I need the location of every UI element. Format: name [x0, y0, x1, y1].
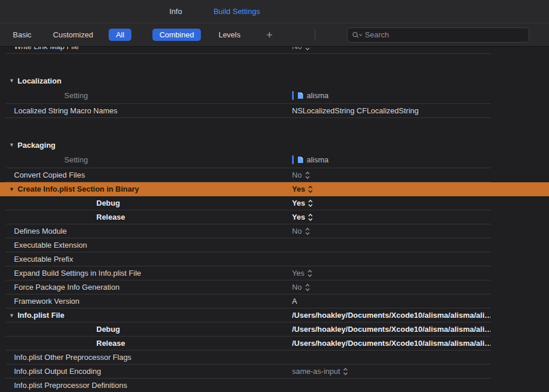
build-settings-toolbar: Basic Customized All Combined Levels + — [0, 23, 549, 47]
tab-build-settings[interactable]: Build Settings — [214, 7, 260, 16]
value-popup[interactable]: Yes — [292, 199, 313, 207]
setting-row[interactable]: Convert Copied Files No — [6, 168, 491, 182]
value-popup[interactable]: No — [292, 171, 310, 179]
setting-label: Executable Prefix — [14, 255, 73, 263]
setting-label: Debug — [96, 325, 120, 334]
sub-setting-row-release[interactable]: Release Yes — [6, 210, 491, 224]
search-icon — [352, 32, 362, 39]
target-name-label: alisma — [307, 91, 329, 100]
value-popup[interactable]: Yes — [292, 185, 313, 193]
setting-label: Defines Module — [14, 227, 67, 235]
tab-info[interactable]: Info — [169, 7, 182, 16]
value-popup[interactable]: same-as-input — [292, 367, 348, 376]
popup-stepper-icon — [343, 367, 348, 376]
value-text[interactable]: /Users/hoakley/Documents/Xcode10/alisma/… — [292, 339, 491, 348]
toolbar-divider — [315, 30, 315, 40]
popup-stepper-icon — [308, 199, 313, 207]
popup-stepper-icon — [305, 47, 310, 51]
setting-label: Expand Build Settings in Info.plist File — [14, 269, 141, 277]
setting-row[interactable]: Executable Extension — [6, 238, 491, 252]
target-column-accent-bar — [292, 91, 294, 100]
clipped-row-container: Write Link Map File No — [0, 47, 549, 54]
setting-row-infoplist-file[interactable]: ▼ Info.plist File /Users/hoakley/Documen… — [6, 308, 491, 322]
search-field[interactable] — [347, 27, 529, 43]
value-text[interactable]: NSLocalizedString CFLocalizedString — [292, 106, 419, 115]
setting-row[interactable]: Write Link Map File No — [6, 47, 491, 54]
disclosure-triangle-icon[interactable]: ▼ — [8, 313, 15, 318]
window-tab-bar: Info Build Settings — [0, 0, 549, 23]
scope-all[interactable]: All — [109, 29, 131, 41]
setting-column-label: Setting — [64, 155, 88, 164]
setting-label: Force Package Info Generation — [14, 283, 120, 292]
sub-setting-row-debug[interactable]: Debug /Users/hoakley/Documents/Xcode10/a… — [6, 322, 491, 337]
popup-stepper-icon — [305, 283, 310, 292]
value-text: Yes — [292, 185, 305, 193]
popup-stepper-icon — [308, 185, 313, 193]
setting-row[interactable]: Expand Build Settings in Info.plist File… — [6, 266, 491, 280]
value-popup[interactable]: No — [292, 227, 310, 235]
project-file-icon — [297, 92, 304, 99]
scope-combined[interactable]: Combined — [152, 29, 201, 41]
value-popup[interactable]: Yes — [292, 213, 313, 221]
target-name-label: alisma — [307, 155, 329, 164]
column-header-row: Setting alisma — [6, 152, 491, 168]
sub-setting-row-debug[interactable]: Debug Yes — [6, 196, 491, 210]
value-text: Yes — [292, 213, 305, 221]
value-text: Yes — [292, 199, 305, 207]
disclosure-triangle-icon[interactable]: ▼ — [8, 186, 15, 192]
setting-label: Write Link Map File — [14, 47, 79, 51]
setting-row[interactable]: Executable Prefix — [6, 252, 491, 266]
setting-label: Info.plist Other Preprocessor Flags — [14, 353, 131, 362]
setting-row[interactable]: Info.plist Other Preprocessor Flags — [6, 351, 491, 365]
column-header-row: Setting alisma — [6, 88, 491, 104]
project-file-icon — [297, 156, 304, 164]
setting-row[interactable]: Force Package Info Generation No — [6, 280, 491, 294]
search-input[interactable] — [365, 30, 524, 39]
value-popup[interactable]: No — [292, 47, 310, 51]
setting-label: Info.plist Preprocessor Definitions — [14, 381, 127, 390]
setting-label: Executable Extension — [14, 241, 87, 249]
target-column-accent-bar — [292, 155, 294, 164]
setting-label: Create Info.plist Section in Binary — [18, 185, 139, 193]
setting-label: Framework Version — [14, 297, 79, 306]
setting-label: Convert Copied Files — [14, 171, 85, 179]
setting-label: Release — [96, 339, 125, 348]
popup-stepper-icon — [305, 171, 310, 179]
setting-row[interactable]: Info.plist Preprocessor Definitions — [6, 379, 491, 392]
sub-setting-row-release[interactable]: Release /Users/hoakley/Documents/Xcode10… — [6, 337, 491, 351]
setting-row[interactable]: Info.plist Output Encoding same-as-input — [6, 365, 491, 379]
setting-column-label: Setting — [64, 91, 88, 100]
popup-stepper-icon — [308, 213, 313, 221]
tab-group: Info Build Settings — [169, 0, 260, 23]
setting-row[interactable]: Framework Version A — [6, 294, 491, 308]
value-popup[interactable]: Yes — [292, 269, 312, 277]
setting-label: Release — [96, 213, 125, 221]
build-settings-table: Write Link Map File No ▼ Localization Se… — [0, 47, 549, 392]
setting-label: Info.plist Output Encoding — [14, 367, 101, 376]
section-label: Packaging — [18, 141, 55, 150]
value-text[interactable]: /Users/hoakley/Documents/Xcode10/alisma/… — [292, 311, 491, 320]
section-row-localization[interactable]: ▼ Localization — [6, 74, 491, 88]
value-text: No — [292, 283, 302, 292]
section-row-packaging[interactable]: ▼ Packaging — [6, 138, 491, 152]
popup-stepper-icon — [305, 227, 310, 235]
scope-customized[interactable]: Customized — [53, 30, 93, 39]
setting-row[interactable]: Defines Module No — [6, 224, 491, 238]
value-text[interactable]: /Users/hoakley/Documents/Xcode10/alisma/… — [292, 325, 491, 334]
value-text: No — [292, 227, 302, 235]
section-label: Localization — [18, 77, 61, 85]
value-text: same-as-input — [292, 367, 340, 376]
setting-label: Localized String Macro Names — [14, 106, 117, 115]
value-text: Yes — [292, 269, 304, 277]
disclosure-triangle-icon[interactable]: ▼ — [8, 142, 15, 148]
selected-setting-row[interactable]: ▼ Create Info.plist Section in Binary Ye… — [0, 182, 549, 196]
scope-levels[interactable]: Levels — [218, 30, 241, 39]
disclosure-triangle-icon[interactable]: ▼ — [8, 78, 15, 84]
value-text[interactable]: A — [292, 297, 297, 306]
popup-stepper-icon — [307, 269, 312, 277]
add-button[interactable]: + — [266, 29, 273, 40]
value-popup[interactable]: No — [292, 283, 310, 292]
value-text: No — [292, 171, 302, 179]
setting-row[interactable]: Localized String Macro Names NSLocalized… — [6, 104, 491, 118]
scope-basic[interactable]: Basic — [13, 30, 32, 39]
